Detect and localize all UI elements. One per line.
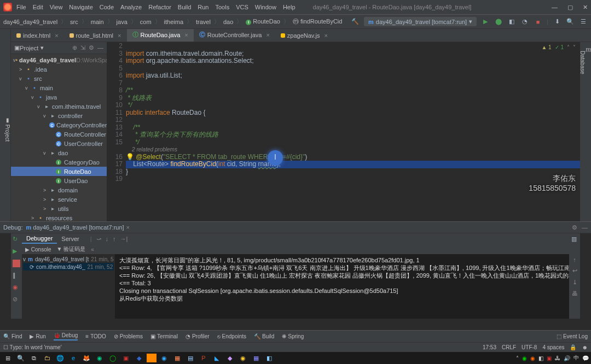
tree-node[interactable]: IRouteDao: [11, 167, 107, 176]
tree-node[interactable]: v▪java: [11, 92, 107, 102]
breadcrumb[interactable]: itheima: [164, 19, 183, 25]
network-icon[interactable]: 🖧: [555, 355, 560, 361]
stop-icon[interactable]: ■: [534, 17, 542, 26]
status-indent[interactable]: 4 spaces: [542, 344, 564, 350]
menu-window[interactable]: Window: [255, 4, 276, 10]
debug-icon[interactable]: ⬤: [494, 17, 503, 26]
select-opened-icon[interactable]: ⊕: [72, 44, 77, 51]
tree-node[interactable]: >▸utils: [11, 204, 107, 213]
tree-node[interactable]: ICategoryDao: [11, 157, 107, 167]
wechat-icon[interactable]: ◯: [107, 354, 118, 362]
status-face-icon[interactable]: ☻: [582, 344, 588, 350]
breadcrumb[interactable]: dao: [223, 19, 233, 25]
ime-icon[interactable]: 中: [573, 354, 579, 362]
tree-node[interactable]: >▸domain: [11, 185, 107, 195]
project-tool-button[interactable]: ▮ Project: [4, 32, 10, 226]
search-icon[interactable]: 🔍: [15, 354, 26, 362]
qq-icon[interactable]: ◉: [159, 354, 170, 362]
debugger-tab[interactable]: Debugger: [22, 234, 57, 244]
debug-tool-button[interactable]: 🐞 Debug: [54, 332, 78, 340]
filter-icon[interactable]: ▼ 验证码是: [56, 245, 85, 253]
intellij-icon[interactable]: ▦: [172, 354, 183, 362]
app-icon[interactable]: ◆: [224, 354, 235, 362]
code-area[interactable]: import com.itheima.travel.domain.Route;i…: [126, 42, 580, 183]
server-tab[interactable]: Server: [57, 234, 83, 243]
run-tool-button[interactable]: ▶ Run: [30, 333, 45, 339]
tray-icon[interactable]: ◉: [522, 355, 527, 361]
tab-zpagenav-js[interactable]: zpageNav.js×: [275, 31, 333, 42]
resume-icon[interactable]: ▶: [13, 248, 20, 255]
debug-frames[interactable]: vm day46_day49_travel [t 21 min, 54 sec …: [22, 254, 115, 319]
run-icon[interactable]: ▶: [481, 17, 490, 26]
mute-breakpoints-icon[interactable]: ⊘: [13, 296, 20, 303]
close-icon[interactable]: ×: [126, 224, 130, 231]
todo-tool-button[interactable]: ≡ TODO: [85, 333, 106, 339]
step-into-icon[interactable]: ↓: [106, 236, 109, 242]
tree-node[interactable]: CUserController: [11, 139, 107, 148]
hide-icon[interactable]: —: [97, 44, 103, 51]
edge-icon[interactable]: e: [68, 354, 79, 362]
tree-node[interactable]: v▪src: [11, 74, 107, 83]
tree-node[interactable]: >▪resources: [11, 213, 107, 221]
step-out-icon[interactable]: ↑: [113, 236, 116, 242]
print-icon[interactable]: 🖶: [572, 290, 578, 297]
close-icon[interactable]: ×: [55, 32, 58, 39]
breadcrumb[interactable]: java: [117, 19, 128, 25]
stop-icon[interactable]: [13, 260, 20, 267]
maximize-icon[interactable]: ▢: [567, 4, 573, 11]
layout-icon[interactable]: ▥: [571, 236, 577, 243]
close-icon[interactable]: ✕: [583, 4, 588, 11]
app-icon[interactable]: ◧: [264, 354, 275, 362]
git-update-icon[interactable]: ⬇: [553, 17, 561, 26]
breadcrumb[interactable]: ⓜ findRouteByCid: [293, 17, 343, 26]
breadcrumb[interactable]: com: [140, 19, 152, 25]
notifications-icon[interactable]: 💬: [582, 355, 589, 361]
tree-node[interactable]: v▪main: [11, 83, 107, 92]
search-icon[interactable]: 🔍: [566, 17, 575, 26]
coverage-icon[interactable]: ◧: [507, 17, 516, 26]
expand-icon[interactable]: «: [91, 246, 94, 253]
menu-refactor[interactable]: Refactor: [148, 4, 171, 10]
minimize-icon[interactable]: —: [552, 4, 558, 11]
hide-icon[interactable]: —: [582, 224, 588, 231]
build-icon[interactable]: 🔨: [351, 17, 360, 26]
database-tool-button[interactable]: Database: [580, 51, 586, 222]
chevron-up-icon[interactable]: ˄: [516, 355, 519, 361]
menu-edit[interactable]: Edit: [33, 4, 43, 10]
status-linesep[interactable]: CRLF: [502, 344, 516, 350]
menu-navigate[interactable]: Navigate: [69, 4, 92, 10]
app-blue-icon[interactable]: ◆: [134, 354, 144, 362]
tree-node[interactable]: v▸controller: [11, 111, 107, 120]
menu-file[interactable]: File: [16, 4, 26, 10]
powerpoint-icon[interactable]: P: [198, 354, 209, 362]
breadcrumb[interactable]: travel: [196, 19, 211, 25]
terminal-tool-button[interactable]: ▣ Terminal: [150, 333, 178, 339]
build-tool-button[interactable]: 🔨 Build: [254, 333, 274, 339]
breadcrumb[interactable]: main: [91, 19, 104, 25]
app-icon[interactable]: ▦: [251, 354, 262, 362]
tree-node[interactable]: v▸com.itheima.travel: [11, 102, 107, 111]
status-encoding[interactable]: UTF-8: [522, 344, 537, 350]
tree-node[interactable]: >▪.idea: [11, 64, 107, 74]
tray-icon[interactable]: ▣: [547, 355, 552, 361]
tree-node[interactable]: CCategoryController: [11, 120, 107, 130]
tray-icon[interactable]: ◧: [538, 355, 543, 361]
menu-tools[interactable]: Tools: [215, 4, 229, 10]
frame-row[interactable]: ⟳ com.itheima:day46_ 21 min, 52 sec: [23, 263, 114, 271]
menu-vcs[interactable]: VCS: [236, 4, 248, 10]
tab-routecontroller-java[interactable]: ⒸRouteController.java×: [194, 29, 275, 42]
notepad-icon[interactable]: ▤: [185, 354, 196, 362]
tree-node[interactable]: v▸dao: [11, 148, 107, 157]
profile-icon[interactable]: ◔: [520, 17, 529, 26]
eventlog-button[interactable]: ⬚ Event Log: [557, 333, 588, 339]
scroll-end-icon[interactable]: ⤓: [572, 279, 577, 286]
menu-help[interactable]: Help: [283, 4, 296, 10]
explorer-icon[interactable]: 🗀: [42, 354, 53, 362]
line-gutter[interactable]: 2345678910111213141516171819: [107, 42, 126, 183]
menu-view[interactable]: View: [50, 4, 63, 10]
tree-node[interactable]: CRouteController: [11, 130, 107, 139]
menu-analyze[interactable]: Analyze: [120, 4, 142, 10]
volume-icon[interactable]: 🔊: [564, 355, 570, 361]
console-tab[interactable]: ▶ Console: [25, 246, 51, 253]
soft-wrap-icon[interactable]: ↩: [572, 267, 577, 274]
